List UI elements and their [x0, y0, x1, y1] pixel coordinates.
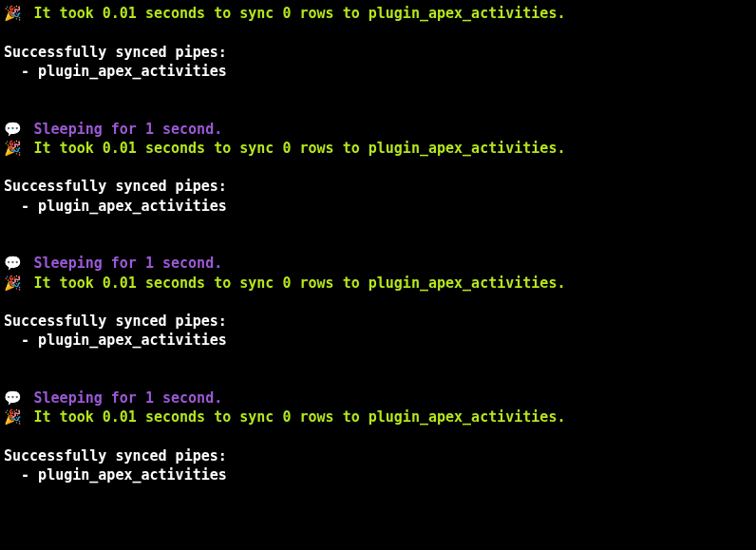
sync-line: 🎉 It took 0.01 seconds to sync 0 rows to…: [4, 4, 752, 23]
success-item: - plugin_apex_activities: [4, 465, 752, 484]
blank-line: [4, 158, 752, 177]
log-block: 💬 Sleeping for 1 second. 🎉 It took 0.01 …: [4, 389, 752, 484]
terminal-output: 🎉 It took 0.01 seconds to sync 0 rows to…: [4, 4, 752, 484]
party-icon: 🎉: [4, 274, 26, 293]
blank-line: [4, 81, 752, 100]
party-icon: 🎉: [4, 4, 26, 23]
blank-line: [4, 100, 752, 119]
log-block: 💬 Sleeping for 1 second. 🎉 It took 0.01 …: [4, 120, 752, 255]
sync-text: It took 0.01 seconds to sync 0 rows to p…: [26, 408, 566, 426]
sleep-line: 💬 Sleeping for 1 second.: [4, 254, 752, 273]
sync-line: 🎉 It took 0.01 seconds to sync 0 rows to…: [4, 139, 752, 158]
blank-line: [4, 235, 752, 254]
speech-icon: 💬: [4, 254, 26, 273]
sync-text: It took 0.01 seconds to sync 0 rows to p…: [26, 275, 566, 292]
sync-text: It took 0.01 seconds to sync 0 rows to p…: [26, 140, 566, 157]
sync-line: 🎉 It took 0.01 seconds to sync 0 rows to…: [4, 274, 752, 293]
log-block: 💬 Sleeping for 1 second. 🎉 It took 0.01 …: [4, 254, 752, 389]
success-item: - plugin_apex_activities: [4, 331, 752, 350]
blank-line: [4, 351, 752, 370]
party-icon: 🎉: [4, 408, 26, 427]
sleep-text: Sleeping for 1 second.: [26, 255, 223, 272]
blank-line: [4, 23, 752, 42]
sleep-text: Sleeping for 1 second.: [26, 389, 223, 407]
sleep-text: Sleeping for 1 second.: [26, 121, 223, 138]
success-item: - plugin_apex_activities: [4, 62, 752, 81]
sync-line: 🎉 It took 0.01 seconds to sync 0 rows to…: [4, 408, 752, 427]
log-block: 🎉 It took 0.01 seconds to sync 0 rows to…: [4, 4, 752, 120]
speech-icon: 💬: [4, 389, 26, 408]
blank-line: [4, 370, 752, 389]
success-item: - plugin_apex_activities: [4, 197, 752, 216]
success-header: Successfully synced pipes:: [4, 43, 752, 62]
party-icon: 🎉: [4, 139, 26, 158]
blank-line: [4, 293, 752, 312]
success-header: Successfully synced pipes:: [4, 312, 752, 331]
success-header: Successfully synced pipes:: [4, 177, 752, 196]
sync-text: It took 0.01 seconds to sync 0 rows to p…: [26, 5, 566, 22]
sleep-line: 💬 Sleeping for 1 second.: [4, 389, 752, 408]
success-header: Successfully synced pipes:: [4, 446, 752, 465]
speech-icon: 💬: [4, 120, 26, 139]
blank-line: [4, 216, 752, 235]
blank-line: [4, 427, 752, 446]
sleep-line: 💬 Sleeping for 1 second.: [4, 120, 752, 139]
